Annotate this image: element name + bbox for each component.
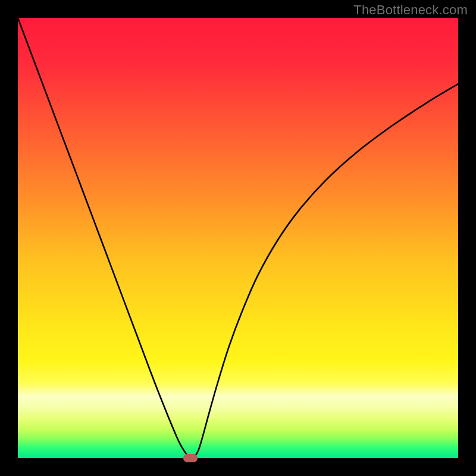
sweet-spot-marker <box>183 454 198 462</box>
bottleneck-curve <box>18 18 458 458</box>
plot-area <box>18 18 458 458</box>
watermark-text: TheBottleneck.com <box>353 2 468 18</box>
